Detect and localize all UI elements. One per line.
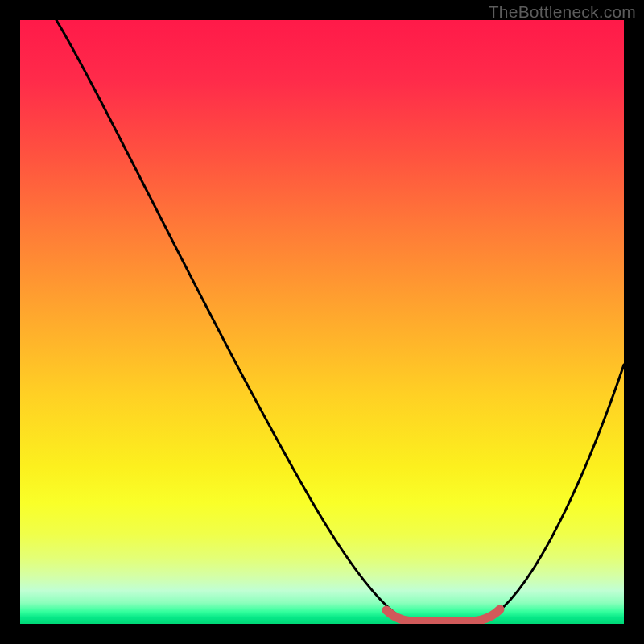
trough-highlight-path: [386, 609, 500, 621]
plot-area: [20, 20, 624, 624]
chart-frame: TheBottleneck.com: [0, 0, 644, 644]
watermark-text: TheBottleneck.com: [489, 2, 636, 22]
bottleneck-curve: [20, 20, 624, 624]
curve-main-path: [56, 20, 624, 621]
